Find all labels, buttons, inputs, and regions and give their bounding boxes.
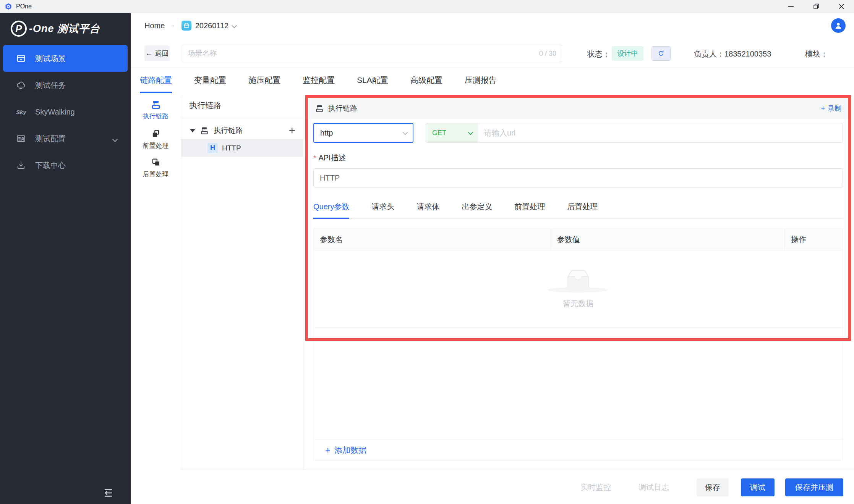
plus-icon: + [821, 105, 825, 113]
sky-icon: Sky [16, 109, 26, 115]
sidebar-item-label: 测试配置 [35, 134, 66, 144]
window-title: POne [16, 3, 32, 10]
params-table-empty-state: 暂无数据 [313, 250, 843, 328]
sidebar-item-label: SkyWalking [35, 108, 75, 116]
api-desc-label-text: API描述 [318, 153, 346, 162]
footer-action-bar: 实时监控 调试日志 保存 调试 保存并压测 [131, 470, 854, 504]
empty-text: 暂无数据 [563, 299, 593, 309]
sidebar-item-test-task[interactable]: 测试任务 [3, 72, 128, 99]
caret-down-icon[interactable] [190, 129, 195, 132]
side-tab-post-process[interactable]: 后置处理 [131, 157, 181, 179]
record-button[interactable]: + 录制 [821, 104, 841, 113]
params-table-footer: + 添加数据 [313, 439, 843, 461]
subtab-post-process[interactable]: 后置处理 [567, 202, 598, 219]
sitemap-icon [200, 126, 209, 135]
api-desc-input[interactable] [313, 168, 843, 187]
panel-title: 执行链路 [328, 103, 357, 113]
sidebar-item-download-center[interactable]: 下载中心 [3, 152, 128, 179]
tab-chain-config[interactable]: 链路配置 [140, 75, 172, 93]
api-desc-label: *API描述 [313, 153, 346, 163]
tab-advanced-config[interactable]: 高级配置 [410, 75, 442, 93]
add-node-button[interactable]: + [288, 125, 295, 136]
side-tab-label: 后置处理 [143, 170, 169, 179]
scene-name-input[interactable] [188, 49, 535, 58]
required-asterisk: * [313, 154, 316, 162]
back-button-label: 返回 [155, 49, 169, 58]
tab-variable-config[interactable]: 变量配置 [194, 75, 226, 93]
breadcrumb: Home · 20260112 [144, 21, 236, 31]
method-select[interactable]: GET [426, 123, 478, 142]
tree-divider [303, 95, 303, 470]
close-button[interactable] [829, 0, 854, 13]
sidebar-item-label: 下载中心 [35, 160, 66, 171]
sitemap-icon [315, 104, 324, 113]
method-url-group: GET [426, 123, 843, 143]
save-and-run-button[interactable]: 保存并压测 [785, 478, 843, 496]
content-bottom-divider [181, 470, 854, 470]
chevron-down-icon [468, 130, 473, 135]
scenario-tab-label: 20260112 [195, 21, 229, 30]
app-logo-icon [5, 3, 12, 10]
record-button-label: 录制 [828, 104, 841, 113]
subtab-request-body[interactable]: 请求体 [416, 202, 439, 219]
sidebar-item-test-scenario[interactable]: 测试场景 [3, 45, 128, 72]
sidebar-item-test-config[interactable]: 测试配置 [3, 125, 128, 152]
http-badge: H [207, 143, 218, 153]
subtab-request-headers[interactable]: 请求头 [371, 202, 394, 219]
status-badge: 设计中 [612, 46, 643, 61]
col-param-value: 参数值 [551, 229, 784, 250]
sidebar-item-skywalking[interactable]: Sky SkyWalking [3, 99, 128, 125]
tab-pressure-config[interactable]: 施压配置 [248, 75, 280, 93]
subtab-query-params[interactable]: Query参数 [313, 202, 349, 219]
tab-monitor-config[interactable]: 监控配置 [303, 75, 335, 93]
side-tab-execute-chain[interactable]: 执行链路 [131, 99, 181, 121]
col-param-name: 参数名 [314, 229, 551, 250]
url-field [478, 123, 843, 142]
method-value: GET [432, 129, 446, 137]
plus-icon: + [325, 445, 331, 456]
collapse-sidebar-icon[interactable] [100, 486, 115, 499]
sidebar-item-label: 测试场景 [35, 53, 66, 64]
avatar[interactable] [831, 18, 846, 33]
tab-pressure-report[interactable]: 压测报告 [465, 75, 497, 93]
empty-icon-shadow [548, 287, 609, 292]
realtime-monitor-link[interactable]: 实时监控 [580, 482, 611, 493]
save-button[interactable]: 保存 [697, 478, 729, 496]
window-controls [778, 0, 854, 13]
tree-child-label: HTTP [222, 144, 241, 152]
scenario-tab[interactable]: 20260112 [181, 21, 237, 31]
refresh-button[interactable] [651, 46, 671, 61]
maximize-restore-button[interactable] [804, 0, 829, 13]
subtab-output-params[interactable]: 出参定义 [462, 202, 492, 219]
minimize-button[interactable] [778, 0, 804, 13]
side-tab-label: 前置处理 [143, 141, 169, 150]
toolbar-divider [131, 68, 854, 68]
chevron-down-icon [402, 130, 408, 135]
tree-node-label: 执行链路 [214, 126, 243, 136]
debug-log-link[interactable]: 调试日志 [638, 482, 669, 493]
cloud-sync-icon [16, 80, 26, 90]
tab-sla-config[interactable]: SLA配置 [357, 75, 388, 93]
logo-text: -One 测试平台 [29, 22, 100, 36]
panel-header: 执行链路 + 录制 [308, 98, 848, 119]
add-data-button[interactable]: + 添加数据 [325, 445, 366, 456]
id-card-icon [16, 134, 26, 144]
sidebar-menu: 测试场景 测试任务 Sky SkyWalking 测试配置 [3, 45, 128, 179]
logo-p-icon: P [11, 21, 27, 37]
back-button[interactable]: ← 返回 [144, 45, 170, 61]
protocol-select[interactable]: http [313, 123, 413, 143]
tree-node-execute-chain[interactable]: 执行链路 + [181, 122, 303, 139]
subtab-pre-process[interactable]: 前置处理 [514, 202, 545, 219]
request-sub-tabs: Query参数 请求头 请求体 出参定义 前置处理 后置处理 [313, 202, 843, 219]
params-table-spacer [313, 328, 843, 439]
side-tab-pre-process[interactable]: 前置处理 [131, 129, 181, 150]
breadcrumb-home[interactable]: Home [144, 21, 165, 30]
tree-title-divider [181, 119, 303, 119]
owner-field: 负责人：18352100353 [694, 49, 771, 59]
debug-button[interactable]: 调试 [741, 478, 775, 496]
tree-child-http[interactable]: H HTTP [181, 139, 303, 157]
app-logo: P -One 测试平台 [0, 13, 131, 37]
tree-panel-title: 执行链路 [189, 100, 221, 111]
api-desc-field [313, 168, 843, 187]
url-input[interactable] [480, 129, 840, 137]
